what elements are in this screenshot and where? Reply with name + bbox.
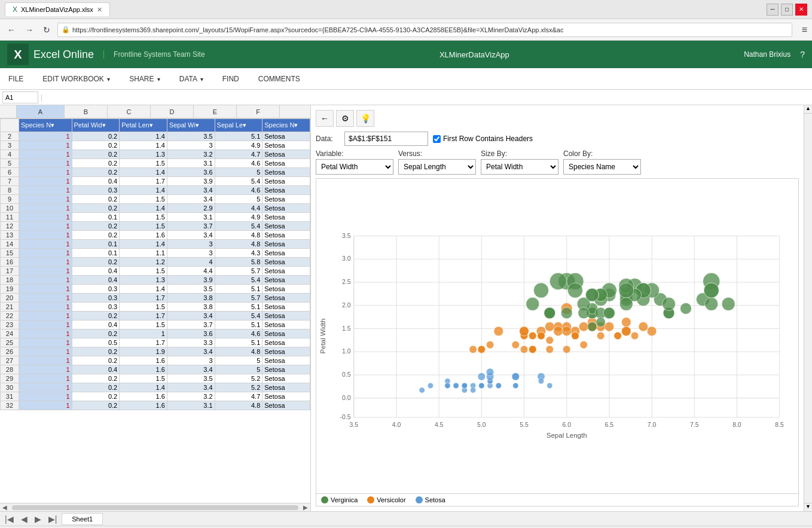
cell-rownum: 31 [1, 392, 19, 401]
th-sepal-width[interactable]: Sepal Wi▾ [167, 119, 215, 132]
minimize-btn[interactable]: ─ [767, 4, 779, 16]
table-row[interactable]: 3110.21.63.24.7Setosa [1, 392, 310, 401]
cell-species-name: Setosa [262, 321, 310, 329]
th-species-name[interactable]: Species N▾ [262, 119, 310, 132]
chart-back-btn[interactable]: ← [316, 110, 334, 127]
th-species-num[interactable]: Species N▾ [19, 119, 72, 132]
table-row[interactable]: 1710.41.54.45.7Setosa [1, 267, 310, 276]
cell-species-num: 1 [19, 240, 72, 249]
chart-settings-btn[interactable]: ⚙ [336, 110, 354, 127]
vertical-scrollbar[interactable]: ▲ ▼ [804, 105, 812, 511]
colorby-group: Color By: Species Name [563, 149, 641, 175]
excel-help-btn[interactable]: ? [800, 50, 805, 59]
first-row-label[interactable]: First Row Contains Headers [433, 135, 533, 143]
tab-first-btn[interactable]: |◀ [2, 514, 16, 524]
cell-data: 1 [120, 329, 167, 338]
cell-data: 5.1 [215, 285, 262, 294]
refresh-btn[interactable]: ↻ [41, 23, 53, 37]
ribbon-edit-workbook[interactable]: EDIT WORKBOOK ▾ [39, 72, 114, 86]
table-row[interactable]: 710.41.73.95.4Setosa [1, 177, 310, 186]
horizontal-scrollbar[interactable]: ◀ ▶ [0, 503, 310, 511]
cell-species-num: 1 [19, 365, 72, 374]
cell-data: 1.5 [120, 222, 167, 231]
close-btn[interactable]: ✕ [795, 4, 807, 16]
sizeby-select[interactable]: Petal Width [481, 159, 558, 175]
tab-close-btn[interactable]: ✕ [97, 6, 102, 14]
ribbon-share[interactable]: SHARE ▾ [126, 72, 164, 86]
table-row[interactable]: 1910.31.43.55.1Setosa [1, 285, 310, 294]
ribbon-find[interactable]: FIND [219, 72, 243, 86]
address-box[interactable]: 🔒 https://frontlinesystems369.sharepoint… [57, 23, 792, 37]
table-row[interactable]: 1410.11.434.8Setosa [1, 240, 310, 249]
th-petal-len[interactable]: Petal Len▾ [120, 119, 167, 132]
variable-select[interactable]: Petal Width [316, 159, 393, 175]
scroll-right-btn[interactable]: ▶ [301, 504, 310, 511]
table-row[interactable]: 510.21.53.14.6Setosa [1, 159, 310, 168]
versus-select[interactable]: Sepal Length [398, 159, 476, 175]
table-row[interactable]: 1210.21.53.75.4Setosa [1, 222, 310, 231]
th-sepal-len[interactable]: Sepal Le▾ [215, 119, 262, 132]
table-row[interactable]: 1510.11.134.3Setosa [1, 249, 310, 258]
cell-data: 3.5 [167, 285, 215, 294]
cell-data: 0.2 [72, 195, 120, 204]
svg-point-115 [478, 346, 486, 353]
table-row[interactable]: 910.21.53.45Setosa [1, 195, 310, 204]
ribbon-comments[interactable]: COMMENTS [255, 72, 304, 86]
cell-data: 4.8 [215, 401, 262, 410]
table-row[interactable]: 2510.51.73.35.1Setosa [1, 338, 310, 347]
table-row[interactable]: 2010.31.73.85.7Setosa [1, 294, 310, 303]
scroll-down-btn[interactable]: ▼ [804, 503, 812, 511]
table-row[interactable]: 310.21.434.9Setosa [1, 141, 310, 150]
tab-next-btn[interactable]: ▶ [32, 514, 44, 524]
svg-point-70 [453, 383, 459, 388]
table-row[interactable]: 2610.21.93.44.8Setosa [1, 347, 310, 356]
table-row[interactable]: 810.31.43.44.6Setosa [1, 186, 310, 195]
scroll-track-v[interactable] [804, 114, 812, 503]
first-row-checkbox[interactable] [433, 135, 441, 143]
table-row[interactable]: 2310.41.53.75.1Setosa [1, 321, 310, 329]
tab-prev-btn[interactable]: ◀ [19, 514, 30, 524]
svg-point-119 [579, 322, 588, 331]
table-row[interactable]: 3210.21.63.14.8Setosa [1, 401, 310, 410]
cell-data: 0.2 [72, 258, 120, 267]
forward-btn[interactable]: → [23, 23, 36, 37]
table-row[interactable]: 410.21.33.24.7Setosa [1, 150, 310, 159]
scroll-left-btn[interactable]: ◀ [0, 504, 10, 511]
tab-favicon: X [13, 5, 17, 14]
colorby-select[interactable]: Species Name [563, 159, 641, 175]
th-rownum [1, 119, 19, 132]
table-row[interactable]: 1810.41.33.95.4Setosa [1, 276, 310, 285]
restore-btn[interactable]: □ [781, 4, 793, 16]
ribbon-file[interactable]: FILE [5, 72, 27, 86]
table-row[interactable]: 1610.21.245.8Setosa [1, 258, 310, 267]
table-row[interactable]: 1310.21.63.44.8Setosa [1, 231, 310, 240]
name-box[interactable] [2, 91, 38, 103]
table-row[interactable]: 1010.21.42.94.4Setosa [1, 204, 310, 213]
table-row[interactable]: 1110.11.53.14.9Setosa [1, 213, 310, 222]
excel-user[interactable]: Nathan Brixius [744, 50, 790, 59]
sheet1-tab[interactable]: Sheet1 [62, 513, 103, 525]
table-row[interactable]: 2710.21.635Setosa [1, 356, 310, 365]
table-row[interactable]: 2410.213.64.6Setosa [1, 329, 310, 338]
table-row[interactable]: 2810.41.63.45Setosa [1, 365, 310, 374]
th-petal-width[interactable]: Petal Wid▾ [72, 119, 120, 132]
cell-species-name: Setosa [262, 222, 310, 231]
chart-insight-btn[interactable]: 💡 [356, 110, 374, 127]
browser-titlebar: X XLMinerDataVizApp.xlsx ✕ ─ □ ✕ [0, 0, 812, 19]
table-row[interactable]: 210.21.43.55.1Setosa [1, 132, 310, 141]
data-range-input[interactable] [344, 132, 428, 146]
chart-toolbar: ← ⚙ 💡 [316, 110, 799, 127]
scroll-up-btn[interactable]: ▲ [804, 105, 812, 114]
table-row[interactable]: 3010.21.43.45.2Setosa [1, 383, 310, 392]
table-row[interactable]: 2910.21.53.55.2Setosa [1, 374, 310, 383]
browser-tab[interactable]: X XLMinerDataVizApp.xlsx ✕ [5, 2, 110, 16]
table-row[interactable]: 610.21.43.65Setosa [1, 168, 310, 177]
ribbon-data[interactable]: DATA ▾ [176, 72, 207, 86]
cell-rownum: 8 [1, 186, 19, 195]
scroll-track[interactable] [12, 505, 298, 510]
table-row[interactable]: 2110.31.53.85.1Setosa [1, 303, 310, 312]
browser-menu-icon[interactable]: ≡ [802, 25, 807, 35]
tab-last-btn[interactable]: ▶| [46, 514, 60, 524]
table-row[interactable]: 2210.21.73.45.4Setosa [1, 312, 310, 321]
back-btn[interactable]: ← [5, 23, 18, 37]
